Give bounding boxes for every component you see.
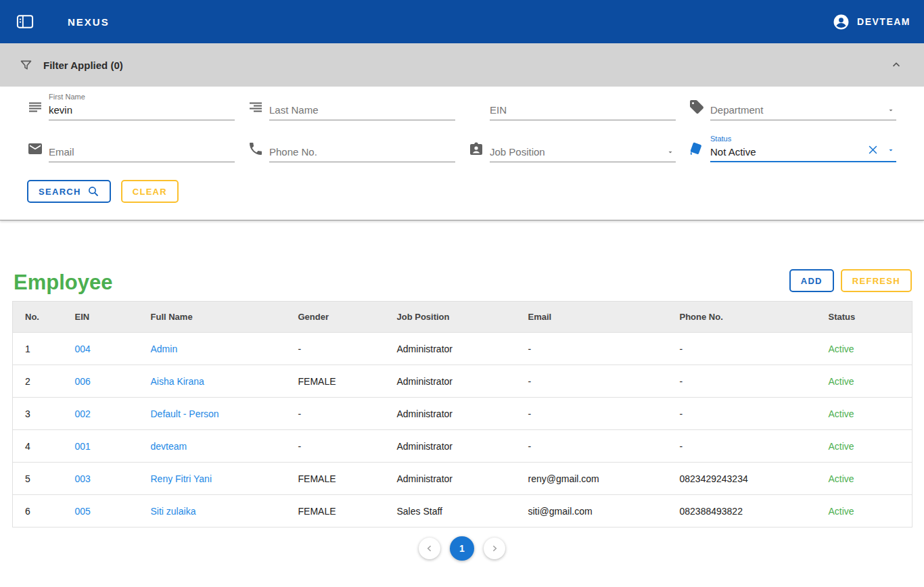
cell-no-text: 6 <box>25 506 30 517</box>
cell-ein[interactable]: 001 <box>63 430 139 463</box>
cell-gender: - <box>286 333 385 365</box>
cell-gender: - <box>286 430 385 463</box>
ein-link[interactable]: 006 <box>75 376 91 387</box>
department-select[interactable] <box>710 102 896 116</box>
column-header-ein: EIN <box>63 302 139 333</box>
search-button-label: SEARCH <box>39 187 81 197</box>
full-name-link[interactable]: Siti zulaika <box>151 506 196 517</box>
full-name-link[interactable]: Admin <box>151 344 178 354</box>
search-button[interactable]: SEARCH <box>27 180 111 203</box>
cell-full-name[interactable]: Siti zulaika <box>139 495 286 527</box>
employee-table: No.EINFull NameGenderJob PositionEmailPh… <box>12 301 913 527</box>
first-name-body: First Name <box>49 92 235 120</box>
cell-ein[interactable]: 004 <box>63 333 139 365</box>
cell-email-text: - <box>528 441 532 452</box>
cell-phone-text: - <box>680 344 683 354</box>
job-position-dropdown-icon[interactable] <box>666 148 674 156</box>
department-field <box>689 92 896 120</box>
ein-input[interactable] <box>490 102 676 116</box>
ein-link[interactable]: 005 <box>75 506 91 517</box>
job-position-label-spacer <box>490 134 676 144</box>
email-input[interactable] <box>49 144 235 158</box>
cell-ein[interactable]: 006 <box>63 365 139 398</box>
cell-ein[interactable]: 005 <box>63 495 139 527</box>
table-row: 4001devteam-Administrator--Active <box>13 430 913 463</box>
column-header-gender: Gender <box>286 302 385 333</box>
cell-full-name[interactable]: devteam <box>139 430 286 463</box>
cell-status: Active <box>816 463 913 495</box>
column-header-job-position: Job Position <box>385 302 516 333</box>
cell-status-text: Active <box>829 441 854 452</box>
status-label: Status <box>710 134 896 144</box>
column-header-no: No. <box>13 302 63 333</box>
cell-phone: 0823429243234 <box>668 463 816 495</box>
full-name-link[interactable]: Aisha Kirana <box>151 376 204 387</box>
first-name-field: First Name <box>27 92 235 120</box>
add-button[interactable]: ADD <box>789 269 834 292</box>
cell-ein[interactable]: 003 <box>63 463 139 495</box>
column-header-email: Email <box>516 302 668 333</box>
cell-no-text: 5 <box>25 473 30 484</box>
department-label-spacer <box>710 92 896 102</box>
cell-phone: - <box>668 333 816 365</box>
filter-collapse-button[interactable] <box>887 56 905 74</box>
full-name-link[interactable]: Reny Fitri Yani <box>151 473 212 484</box>
cell-job-position-text: Sales Staff <box>397 506 442 517</box>
cell-job-position-text: Administrator <box>397 408 453 419</box>
ein-field <box>468 92 676 120</box>
ein-link[interactable]: 004 <box>75 344 91 354</box>
cell-job-position: Administrator <box>385 430 516 463</box>
cell-phone-text: - <box>680 376 683 387</box>
last-name-input[interactable] <box>269 102 455 116</box>
job-position-select[interactable] <box>490 144 676 158</box>
cell-full-name[interactable]: Reny Fitri Yani <box>139 463 286 495</box>
clear-button[interactable]: CLEAR <box>121 180 179 203</box>
department-body <box>710 92 896 120</box>
filter-header-bar[interactable]: Filter Applied (0) <box>0 43 924 87</box>
cell-full-name[interactable]: Admin <box>139 333 286 365</box>
cell-email: - <box>516 365 668 398</box>
column-header-phone-no: Phone No. <box>668 302 816 333</box>
cell-status: Active <box>816 398 913 430</box>
cell-email: - <box>516 398 668 430</box>
previous-page-button[interactable] <box>419 538 440 559</box>
status-clear-icon[interactable] <box>867 144 879 156</box>
cell-no: 5 <box>13 463 63 495</box>
cell-no: 3 <box>13 398 63 430</box>
cell-phone-text: 082388493822 <box>680 506 743 517</box>
cell-full-name[interactable]: Default - Person <box>139 398 286 430</box>
status-dropdown-icon[interactable] <box>887 146 895 154</box>
page-title: Employee <box>14 271 112 295</box>
department-dropdown-icon[interactable] <box>887 106 895 114</box>
sidebar-toggle-button[interactable] <box>14 11 37 32</box>
cell-status: Active <box>816 365 913 398</box>
ein-link[interactable]: 003 <box>75 473 91 484</box>
cell-no-text: 4 <box>25 441 30 452</box>
cell-full-name[interactable]: Aisha Kirana <box>139 365 286 398</box>
user-menu[interactable]: DEVTEAM <box>833 14 910 30</box>
ein-body <box>490 92 676 120</box>
refresh-button[interactable]: REFRESH <box>841 269 912 292</box>
filter-actions: SEARCH CLEAR <box>27 180 896 203</box>
ein-link[interactable]: 002 <box>75 408 91 419</box>
cell-email: - <box>516 430 668 463</box>
cell-email-text: siti@gmail.com <box>528 506 593 517</box>
job-position-field <box>468 134 676 162</box>
email-icon <box>27 141 43 157</box>
user-name: DEVTEAM <box>857 16 910 27</box>
next-page-button[interactable] <box>484 538 505 559</box>
phone-body <box>269 134 455 162</box>
cell-phone: 082388493822 <box>668 495 816 527</box>
full-name-link[interactable]: Default - Person <box>151 408 219 419</box>
phone-input[interactable] <box>269 144 455 158</box>
table-row: 1004Admin-Administrator--Active <box>13 333 913 365</box>
cell-status: Active <box>816 430 913 463</box>
cell-no: 6 <box>13 495 63 527</box>
cell-ein[interactable]: 002 <box>63 398 139 430</box>
ein-link[interactable]: 001 <box>75 441 91 452</box>
page-1-button[interactable]: 1 <box>450 536 474 561</box>
first-name-input[interactable] <box>49 102 235 116</box>
cell-phone-text: - <box>680 408 683 419</box>
full-name-link[interactable]: devteam <box>151 441 187 452</box>
status-body: Status <box>710 134 896 162</box>
